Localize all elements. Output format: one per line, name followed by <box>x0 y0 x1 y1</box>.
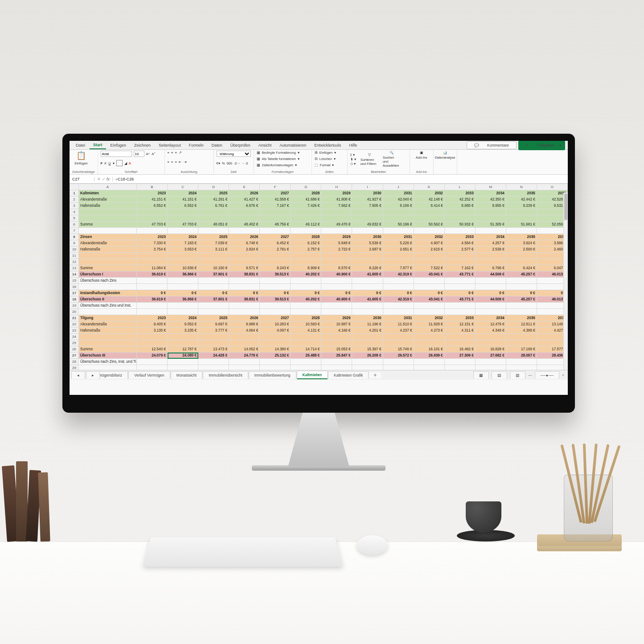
cell[interactable] <box>260 228 291 234</box>
cell[interactable] <box>198 278 229 284</box>
cell[interactable] <box>352 278 383 284</box>
row-header[interactable]: 14 <box>70 271 79 278</box>
cell[interactable] <box>168 334 198 340</box>
cell[interactable]: 4.349 € <box>475 328 506 334</box>
cell[interactable] <box>414 253 444 259</box>
row-header[interactable]: 3 <box>70 203 79 209</box>
indent-dec-icon[interactable]: ⇤ <box>179 160 182 164</box>
data-analysis-button[interactable]: 📊Datenanalyse <box>436 151 454 160</box>
cell[interactable]: 10.283 € <box>260 321 291 328</box>
cell[interactable] <box>475 253 506 259</box>
cell[interactable] <box>137 340 168 346</box>
cell[interactable] <box>506 284 537 290</box>
paste-button[interactable]: 📋 Einfügen <box>72 151 90 165</box>
cell[interactable] <box>414 209 444 215</box>
sheet-tab[interactable]: Kaltmieten Grafik <box>328 371 369 379</box>
cell[interactable]: 36.866 € <box>168 296 198 303</box>
cell[interactable]: 24.080 € <box>168 353 198 359</box>
cell[interactable]: 8.909 € <box>291 265 321 271</box>
cell[interactable]: 25.847 € <box>321 353 352 359</box>
cell[interactable] <box>475 209 506 215</box>
cell[interactable]: 2033 <box>444 190 475 197</box>
cell[interactable]: 10.583 € <box>291 321 321 328</box>
indent-inc-icon[interactable]: ⇥ <box>184 160 187 164</box>
row-label[interactable] <box>79 228 137 234</box>
col-header[interactable]: K <box>414 184 444 190</box>
cell[interactable]: 9.239 € <box>506 203 537 209</box>
cell[interactable]: 24.779 € <box>229 353 260 359</box>
row-header[interactable]: 12 <box>70 259 79 265</box>
cell[interactable] <box>506 340 537 346</box>
cell[interactable] <box>444 284 475 290</box>
orientation-icon[interactable]: ↗ <box>179 151 182 155</box>
cell[interactable]: 43.041 € <box>414 271 444 278</box>
ribbon-tab-ansicht[interactable]: Ansicht <box>255 142 275 149</box>
cell[interactable] <box>321 228 352 234</box>
row-label[interactable]: Hafenstraße <box>79 246 137 253</box>
cancel-icon[interactable]: ✕ <box>97 177 101 181</box>
cell[interactable]: 4.097 € <box>260 328 291 334</box>
align-center-icon[interactable]: ≡ <box>171 160 173 164</box>
cell[interactable] <box>414 334 444 340</box>
cell[interactable] <box>137 215 168 222</box>
cell[interactable] <box>383 340 414 346</box>
cell[interactable]: 3.777 € <box>198 328 229 334</box>
cell[interactable]: 6.552 € <box>168 203 198 209</box>
view-break-icon[interactable]: ▥ <box>510 371 525 379</box>
cell[interactable] <box>137 284 168 290</box>
ribbon-tab-automatisieren[interactable]: Automatisieren <box>276 142 310 149</box>
cell[interactable]: 12.787 € <box>168 346 198 353</box>
cell[interactable] <box>137 278 168 284</box>
row-header[interactable]: 6 <box>70 222 79 228</box>
cell[interactable]: 2026 <box>229 315 260 321</box>
cell[interactable]: 15.746 € <box>383 346 414 353</box>
cell[interactable] <box>352 253 383 259</box>
cell[interactable]: 41.605 € <box>352 271 383 278</box>
cell[interactable]: 42.319 € <box>383 296 414 303</box>
number-format-select[interactable]: Währung <box>217 151 251 157</box>
cell[interactable] <box>260 278 291 284</box>
row-label[interactable]: Überschuss I <box>79 271 137 278</box>
cell[interactable]: 41.291 € <box>198 197 229 203</box>
cell[interactable]: 2029 <box>321 234 352 240</box>
cell[interactable] <box>506 259 537 265</box>
cell[interactable]: 2023 <box>137 315 168 321</box>
cell[interactable]: 2032 <box>414 315 444 321</box>
cell[interactable]: 48.051 € <box>198 222 229 228</box>
cell[interactable]: 47.703 € <box>168 222 198 228</box>
cell[interactable]: 0 € <box>260 290 291 296</box>
cell[interactable]: 26.572 € <box>383 353 414 359</box>
cell[interactable]: 0 € <box>414 290 444 296</box>
cell[interactable]: 9.697 € <box>198 321 229 328</box>
cell[interactable] <box>168 284 198 290</box>
cell[interactable]: 11.196 € <box>352 321 383 328</box>
cell[interactable]: 0 € <box>229 290 260 296</box>
sheet-nav-prev-icon[interactable]: ◂ <box>71 371 85 379</box>
cell[interactable] <box>414 340 444 346</box>
cell[interactable] <box>168 259 198 265</box>
col-header[interactable]: D <box>198 184 229 190</box>
cell[interactable] <box>291 278 321 284</box>
align-mid-icon[interactable]: ≡ <box>171 151 173 155</box>
cell[interactable]: 2023 <box>137 190 168 197</box>
cell[interactable]: 15.053 € <box>321 346 352 353</box>
ribbon-tab-entwicklertools[interactable]: Entwicklertools <box>311 142 345 149</box>
cell[interactable]: 9.571 € <box>229 265 260 271</box>
cell[interactable]: 2034 <box>475 234 506 240</box>
row-label[interactable] <box>79 334 137 340</box>
row-header[interactable]: 10 <box>70 246 79 253</box>
inc-decimal-icon[interactable]: .0→ <box>234 161 240 165</box>
cell[interactable] <box>321 209 352 215</box>
col-header[interactable]: J <box>383 184 414 190</box>
cell[interactable]: 2029 <box>321 315 352 321</box>
row-header[interactable]: 18 <box>70 296 79 303</box>
cell[interactable]: 43.771 € <box>444 296 475 303</box>
row-label[interactable]: Überschuss II <box>79 296 137 303</box>
cell[interactable]: 6.748 € <box>229 240 260 246</box>
cell[interactable]: 39.513 € <box>260 271 291 278</box>
cell[interactable]: 2035 <box>506 234 537 240</box>
format-cells-icon[interactable]: ⬚ <box>315 163 318 167</box>
cell[interactable] <box>321 340 352 346</box>
cell[interactable]: 7.183 € <box>168 240 198 246</box>
row-label[interactable]: Überschuss III <box>79 353 137 359</box>
